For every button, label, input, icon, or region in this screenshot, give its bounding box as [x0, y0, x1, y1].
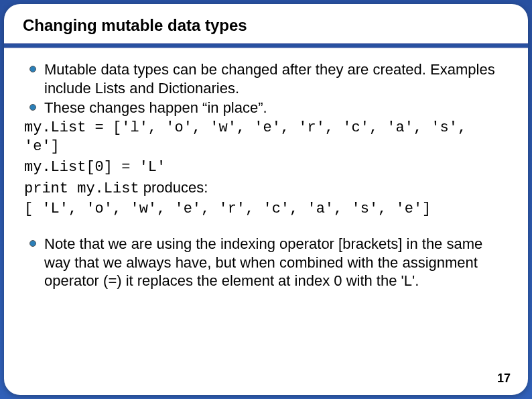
slide-title: Changing mutable data types	[23, 16, 509, 35]
bullet-text: Mutable data types can be changed after …	[44, 60, 509, 97]
spacer	[23, 220, 509, 235]
bullet-text: Note that we are using the indexing oper…	[44, 235, 509, 290]
page-number: 17	[497, 372, 511, 386]
bullet-text: These changes happen “in place”.	[44, 99, 509, 117]
code-result-label: produces:	[139, 179, 208, 196]
bullet-icon	[29, 104, 36, 111]
title-underline	[4, 43, 528, 48]
bullet-item: These changes happen “in place”.	[23, 99, 509, 117]
code-line: [ 'L', 'o', 'w', 'e', 'r', 'c', 'a', 's'…	[24, 200, 509, 219]
bullet-item: Note that we are using the indexing oper…	[23, 235, 509, 290]
code-line: my.List = ['l', 'o', 'w', 'e', 'r', 'c',…	[24, 119, 509, 157]
bullet-item: Mutable data types can be changed after …	[23, 60, 509, 97]
code-inline: print my.List	[24, 180, 139, 197]
code-line: my.List[0] = 'L'	[24, 158, 509, 178]
code-line-mixed: print my.List produces:	[24, 178, 509, 198]
bullet-icon	[29, 240, 36, 247]
bullet-icon	[29, 66, 36, 72]
slide-content: Mutable data types can be changed after …	[23, 60, 509, 290]
slide-container: Changing mutable data types Mutable data…	[4, 4, 528, 395]
